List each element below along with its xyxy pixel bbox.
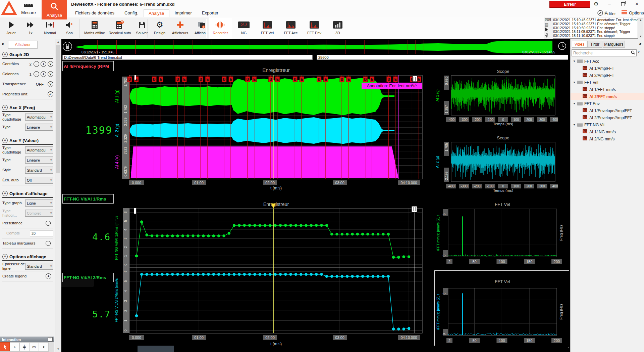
toolbar-button-design[interactable]: ⚙Design bbox=[150, 18, 169, 41]
dropdown-type[interactable]: Linéaire∨ bbox=[25, 124, 53, 131]
options-button[interactable]: Options bbox=[621, 10, 644, 15]
channel-search-input[interactable]: Recherche bbox=[572, 49, 637, 56]
collapse-section-icon[interactable]: ∧ bbox=[2, 191, 8, 196]
data-file-path-field[interactable]: D:\Dewesoft\Data\6-Trend 5mn.dxd bbox=[62, 55, 313, 60]
collapse-section-icon[interactable]: ∧ bbox=[2, 105, 8, 110]
toolbar-button-recalcul-auto[interactable]: Recalcul auto bbox=[107, 18, 132, 41]
keyboard-icon[interactable]: ⌨ bbox=[545, 17, 552, 22]
toolbar-button-sauver[interactable]: Sauver bbox=[132, 18, 152, 41]
collapse-section-icon[interactable]: ∧ bbox=[2, 254, 8, 259]
checked-toggle[interactable]: ✓ bbox=[48, 91, 53, 97]
settings-gear-icon[interactable]: ⚙ bbox=[590, 0, 602, 8]
log-entry[interactable]: 03/12/2021 15:10:50.92371 Enr. stoppé bbox=[553, 26, 638, 30]
toolbar-button-maths-offline[interactable]: Maths offline bbox=[82, 18, 107, 41]
microphone-icon[interactable] bbox=[545, 33, 552, 39]
toolbar-button-recorder[interactable]: Recorder bbox=[209, 18, 232, 41]
interaction-title-bar[interactable]: Interaction − bbox=[0, 337, 54, 342]
notes-icon[interactable]: ▤ bbox=[545, 22, 552, 27]
menu-tab-fichiers-de-donn-es[interactable]: Fichiers de données bbox=[70, 9, 119, 17]
minimize-button[interactable]: – bbox=[604, 0, 615, 8]
tree-channel-ai-2-amplfft[interactable]: AI 2/AmplFFT bbox=[571, 72, 644, 79]
trend-chart[interactable]: EnregistreurFFT-NG Vit/AI 1/Rms (mm/s654… bbox=[113, 202, 423, 352]
section-header[interactable]: ∧Graph 2D bbox=[2, 51, 53, 58]
dropdown-type-histogr-[interactable]: Complet∨ bbox=[25, 210, 53, 217]
toolbar-button-ng[interactable]: 26.3NG bbox=[232, 18, 256, 41]
sample-rate-field[interactable]: 25600 bbox=[317, 55, 568, 60]
section-header[interactable]: ∧Option d'affichage bbox=[2, 190, 53, 197]
error-button[interactable]: Erreur bbox=[549, 1, 590, 8]
edit-button[interactable]: Éditer bbox=[597, 10, 616, 17]
tool-marker-icon[interactable]: ╪ bbox=[19, 342, 29, 351]
measure-mode-button[interactable]: Mesure bbox=[16, 0, 41, 17]
section-header[interactable]: ∧Options affichage bbox=[2, 253, 53, 260]
event-log-list[interactable]: 03/12/2021 15:10:45.92371 Annotation: En… bbox=[553, 18, 638, 39]
tree-folder-fft-vel[interactable]: ▼FFT Vel bbox=[571, 79, 644, 86]
dropdown-epaisseur-de-ligne[interactable]: Standard∨ bbox=[25, 263, 53, 270]
dropdown-type-graph-[interactable]: Ligne∨ bbox=[25, 200, 53, 207]
dropdown-type[interactable]: Linéaire∨ bbox=[25, 157, 53, 164]
radio-toggle[interactable] bbox=[46, 221, 51, 226]
collapse-sidebar-button[interactable]: < bbox=[2, 41, 4, 47]
more-tabs-arrow[interactable]: > bbox=[639, 41, 642, 46]
log-entry[interactable]: 03/12/2021 15:11:05.92371 Enr. démarré; … bbox=[553, 30, 638, 34]
toolbar-button-jouer[interactable]: Jouer bbox=[1, 18, 21, 41]
increment-button[interactable]: + bbox=[41, 61, 46, 67]
tree-channel-ai-2-envelope-amplfft[interactable]: AI 2/Envelope/AmplFFT bbox=[571, 114, 644, 121]
tool-zoom-icon[interactable]: ⌕ bbox=[10, 342, 19, 351]
collapse-section-icon[interactable]: ∧ bbox=[2, 138, 8, 143]
sidebar-scrollbar[interactable]: ▲ ▼ bbox=[55, 39, 61, 352]
toolbar-button-3d[interactable]: 3D bbox=[326, 18, 350, 41]
tree-expand-icon[interactable]: ▼ bbox=[573, 81, 576, 84]
toolbar-button-fft-env[interactable]: FFT Env bbox=[303, 18, 326, 41]
collapse-section-icon[interactable]: ∧ bbox=[2, 52, 8, 57]
tree-expand-icon[interactable]: ▼ bbox=[573, 60, 576, 63]
dropdown-type-quadrillage[interactable]: Automatiqu∨ bbox=[25, 146, 53, 153]
dropdown-type-quadrillage[interactable]: Automatiqu∨ bbox=[25, 114, 53, 121]
create-legend-button[interactable]: + bbox=[46, 273, 51, 279]
log-entry[interactable]: 03/12/2021 15:11:10.92371 Enr. stoppé bbox=[553, 34, 638, 38]
tree-expand-icon[interactable]: ▼ bbox=[573, 102, 576, 105]
radio-toggle[interactable] bbox=[46, 241, 51, 246]
expand-chevron-button[interactable]: ∨ bbox=[48, 81, 53, 87]
close-button[interactable]: ✕ bbox=[631, 0, 643, 8]
clock-icon[interactable] bbox=[558, 42, 567, 52]
tree-folder-fft-acc[interactable]: ▼FFT Acc bbox=[571, 58, 644, 65]
toolbar-button-fft-vel[interactable]: FFT Vel bbox=[256, 18, 279, 41]
menu-tab-imprimer[interactable]: Imprimer bbox=[170, 9, 197, 17]
maximize-button[interactable] bbox=[617, 0, 629, 8]
toolbar-button-normal[interactable]: Normal bbox=[40, 18, 60, 41]
menu-tab-exporter[interactable]: Exporter bbox=[197, 9, 223, 17]
tab-voies[interactable]: Voies bbox=[572, 41, 587, 48]
section-header[interactable]: ∧Axe Y (Valeur) bbox=[2, 137, 53, 144]
dropdown-style[interactable]: Standard∨ bbox=[25, 167, 53, 174]
log-entry[interactable]: 03/12/2021 15:10:45.92371 Annotation: En… bbox=[553, 18, 638, 22]
tab-marqueurs[interactable]: Marqueurs bbox=[603, 41, 625, 48]
dropdown--ch-auto[interactable]: Off∨ bbox=[25, 177, 53, 184]
tree-channel-ai-2-fft-mm-s[interactable]: AI 2/FFT mm/s bbox=[571, 93, 644, 100]
fft-vel-chart-ai2-selected[interactable]: FFT Vel/FFT mm/s; [mm/s (Z, r60250100150… bbox=[435, 271, 569, 347]
scrollbar-thumb[interactable] bbox=[56, 45, 60, 173]
recorder-chart[interactable]: EnregistreurAI 1 (g)1.762-1.762AI 2 (g)3… bbox=[113, 66, 423, 191]
scope-chart-ai2[interactable]: ScopeAI 2 (g)1.705-2.199-400-300-200-100… bbox=[435, 134, 558, 192]
cursor-icon[interactable] bbox=[545, 27, 552, 33]
expand-chevron-button[interactable]: ∨ bbox=[48, 61, 53, 67]
tree-channel-ai-1-ng-mm-s[interactable]: AI 1/ NG mm/s bbox=[571, 128, 644, 135]
toolbar-button-1x[interactable]: 1x bbox=[21, 18, 40, 41]
overview-strip[interactable]: 03/12/2021 - 15:10:4503/12/2021 - 15:14:… bbox=[61, 40, 557, 54]
toolbar-button-afficheurs[interactable]: Afficheurs bbox=[169, 18, 191, 41]
tree-channel-ai-1-envelope-amplfft[interactable]: AI 1/Envelope/AmplFFT bbox=[571, 107, 644, 114]
log-entry[interactable]: 03/12/2021 15:10:45.92371 Enr. démarré; … bbox=[553, 22, 638, 26]
decrement-button[interactable]: − bbox=[34, 61, 39, 67]
toolbar-button-fft-acc[interactable]: FFT Acc bbox=[279, 18, 303, 41]
expand-chevron-button[interactable]: ∨ bbox=[48, 71, 53, 77]
tool-cursor-icon[interactable] bbox=[0, 342, 10, 351]
toolbar-button-son[interactable]: xSon bbox=[60, 18, 79, 41]
tree-channel-ai-1-fft-mm-s[interactable]: AI 1/FFT mm/s bbox=[571, 86, 644, 93]
interaction-minimize-icon[interactable]: − bbox=[48, 337, 53, 342]
decrement-button[interactable]: − bbox=[34, 71, 39, 77]
tab-tiroir[interactable]: Tiroir bbox=[587, 41, 602, 48]
tree-channel-ai-2-ng-mm-s[interactable]: AI 2/NG mm/s bbox=[571, 135, 644, 142]
tree-folder-fft-ng-vit[interactable]: ▼FFT-NG Vit bbox=[571, 121, 644, 128]
tree-expand-icon[interactable]: ▼ bbox=[573, 123, 576, 126]
section-header[interactable]: ∧Axe X (Freq) bbox=[2, 104, 53, 111]
